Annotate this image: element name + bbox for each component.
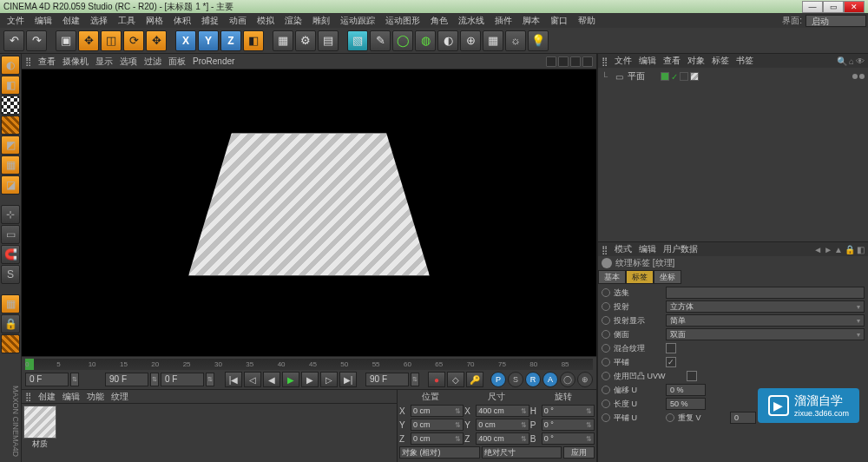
menu-character[interactable]: 角色 <box>425 15 453 27</box>
grip-icon[interactable]: ⣿ <box>602 245 608 254</box>
key-pla-button[interactable]: ◯ <box>560 372 575 387</box>
material-name[interactable]: 材质 <box>23 439 56 450</box>
radio-icon[interactable] <box>602 344 610 353</box>
object-name[interactable]: 平面 <box>628 70 654 82</box>
frame-max-field[interactable]: 90 F <box>365 373 409 386</box>
key-pos-button[interactable]: P <box>490 372 506 387</box>
menu-volume[interactable]: 体积 <box>168 15 196 27</box>
plane-object[interactable] <box>188 133 430 276</box>
mat-tab-func[interactable]: 功能 <box>87 391 104 403</box>
coord-z-size[interactable]: 400 cm⇅ <box>476 432 529 445</box>
render-settings-button[interactable]: ⚙ <box>295 30 316 51</box>
menu-mesh[interactable]: 网格 <box>141 15 168 27</box>
add-light-button[interactable]: ☼ <box>505 30 526 51</box>
enable-icon[interactable]: ✓ <box>671 72 678 82</box>
coord-x-pos[interactable]: 0 cm⇅ <box>411 405 464 417</box>
frame-current-field[interactable]: 0 F <box>161 373 204 386</box>
uvw-tag-icon[interactable] <box>680 72 688 81</box>
attr-subtab-basic[interactable]: 基本 <box>598 270 626 284</box>
play-button[interactable]: ▶ <box>282 372 299 387</box>
redo-button[interactable]: ↷ <box>26 30 47 51</box>
spin-icon[interactable]: ⇅ <box>150 373 159 386</box>
vp-prorender[interactable]: ProRender <box>193 56 234 66</box>
key-rot-button[interactable]: R <box>525 372 541 387</box>
menu-tracking[interactable]: 运动跟踪 <box>335 15 380 27</box>
add-generator-button[interactable]: ◍ <box>415 30 436 51</box>
frame-start-field[interactable]: 0 F <box>25 373 69 386</box>
grip-icon[interactable]: ⣿ <box>25 56 31 66</box>
timeline-ruler[interactable]: 051015202530354045505560657075808590 <box>25 359 593 370</box>
add-bulb-button[interactable]: 💡 <box>528 30 549 51</box>
vp-nav-maximize-icon[interactable] <box>582 56 593 67</box>
key-opt-button[interactable]: ⊕ <box>577 372 593 387</box>
attr-offsetu-field[interactable]: 0 % <box>666 384 706 396</box>
menu-animate[interactable]: 动画 <box>224 15 252 27</box>
vm-mode-button[interactable]: ▭ <box>1 225 20 244</box>
vp-camera[interactable]: 摄像机 <box>62 56 89 68</box>
attr-tile-checkbox[interactable]: ✓ <box>666 357 676 367</box>
add-pen-button[interactable]: ✎ <box>370 30 391 51</box>
minimize-button[interactable]: — <box>802 1 823 13</box>
vp-nav-zoom-icon[interactable] <box>558 56 569 67</box>
viewport[interactable] <box>22 69 596 356</box>
mat-tab-texture[interactable]: 纹理 <box>111 391 128 403</box>
softsel-button[interactable]: S <box>1 265 20 284</box>
render-vis-icon[interactable] <box>859 74 865 79</box>
rotate-tool-button[interactable]: ⟳ <box>123 30 144 51</box>
coord-y-size[interactable]: 0 cm⇅ <box>476 419 529 431</box>
menu-snap[interactable]: 捕捉 <box>196 15 224 27</box>
keyselection-button[interactable]: 🔑 <box>466 372 483 387</box>
menu-select[interactable]: 选择 <box>85 15 113 27</box>
add-spline-button[interactable]: ◯ <box>392 30 413 51</box>
home-icon[interactable]: ⌂ <box>849 56 854 66</box>
lock-button[interactable]: 🔒 <box>1 314 20 333</box>
coord-apply-button[interactable]: 应用 <box>563 446 595 459</box>
mat-tab-create[interactable]: 创建 <box>38 391 56 403</box>
coord-system-button[interactable]: ◧ <box>243 30 264 51</box>
attr-lengthu-field[interactable]: 50 % <box>666 398 706 410</box>
menu-create[interactable]: 创建 <box>57 15 85 27</box>
axis-x-button[interactable]: X <box>182 35 189 47</box>
search-icon[interactable]: 🔍 <box>837 56 847 66</box>
add-environment-button[interactable]: ⊕ <box>460 30 481 51</box>
record-button[interactable]: ● <box>428 372 445 387</box>
attr-tab-userdata[interactable]: 用户数据 <box>663 243 698 255</box>
point-mode-button[interactable]: ◪ <box>1 175 20 195</box>
newwin-icon[interactable]: ◧ <box>857 245 865 254</box>
radio-icon[interactable] <box>602 288 610 297</box>
goto-end-button[interactable]: ▶| <box>339 372 357 387</box>
coord-mode-b-select[interactable]: 绝对尺寸 <box>482 446 562 459</box>
next-key-button[interactable]: ▷ <box>320 372 338 387</box>
attr-projdisp-select[interactable]: 简单▾ <box>666 314 865 327</box>
edge-mode-button[interactable]: ◩ <box>1 135 20 155</box>
objtab-bookmarks[interactable]: 书签 <box>736 55 753 67</box>
attr-subtab-tag[interactable]: 标签 <box>626 270 654 284</box>
spin-icon[interactable]: ⇅ <box>70 373 79 386</box>
radio-icon[interactable] <box>602 399 610 408</box>
object-mode-button[interactable]: ◧ <box>1 76 20 95</box>
vp-panel[interactable]: 面板 <box>168 56 186 68</box>
attr-mix-checkbox[interactable] <box>666 343 676 353</box>
render-view-button[interactable]: ▦ <box>273 30 293 51</box>
grip-icon[interactable]: ⣿ <box>25 392 31 401</box>
prev-key-button[interactable]: ◁ <box>244 372 261 387</box>
attr-side-select[interactable]: 双面▾ <box>666 328 865 340</box>
goto-start-button[interactable]: |◀ <box>225 372 242 387</box>
vp-filter[interactable]: 过滤 <box>144 56 161 68</box>
vp-view[interactable]: 查看 <box>38 56 56 68</box>
close-button[interactable]: ✕ <box>844 1 865 13</box>
menu-help[interactable]: 帮助 <box>573 15 601 27</box>
poly-mode-button[interactable]: ▦ <box>1 155 20 175</box>
coord-x-size[interactable]: 400 cm⇅ <box>476 405 529 417</box>
menu-render[interactable]: 渲染 <box>279 15 307 27</box>
add-cube-button[interactable]: ▧ <box>347 30 368 51</box>
spin-icon[interactable]: ⇅ <box>206 373 214 386</box>
objtab-objects[interactable]: 对象 <box>687 55 705 67</box>
coord-y-pos[interactable]: 0 cm⇅ <box>411 419 464 431</box>
phong-tag-icon[interactable] <box>661 72 669 81</box>
radio-icon[interactable] <box>666 413 674 422</box>
frame-end-field[interactable]: 90 F <box>105 373 148 386</box>
coord-z-pos[interactable]: 0 cm⇅ <box>411 432 464 445</box>
vp-display[interactable]: 显示 <box>95 56 113 68</box>
axis-y-button[interactable]: Y <box>205 35 212 47</box>
